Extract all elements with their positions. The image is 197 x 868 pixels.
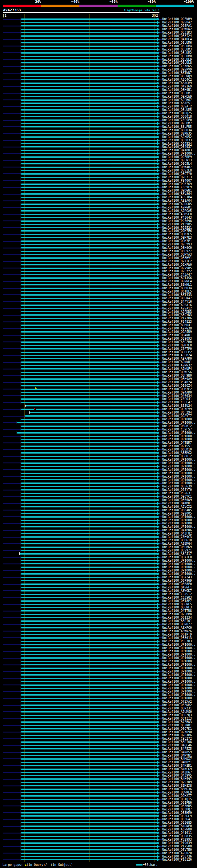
hit-label[interactable]: UniRef100_A6PW80 bbox=[162, 828, 192, 831]
hit-label[interactable]: UniRef100_Q6Q7K1 bbox=[162, 727, 192, 731]
hit-label[interactable]: UniRef100_C6JSQ3 bbox=[162, 596, 192, 599]
hit-label[interactable]: UniRef100_Q53GE9 bbox=[162, 814, 192, 818]
hit-label[interactable]: UniRef100_B6SKA7 bbox=[162, 297, 192, 300]
hit-label[interactable]: UniRef100_B4N8S9 bbox=[162, 750, 192, 754]
hit-label[interactable]: UniRef100_Q8SAT2 bbox=[162, 105, 192, 108]
hit-label[interactable]: UniRef100_Q9SPA1 bbox=[162, 24, 192, 27]
hit-label[interactable]: UniRef100_Q207T3 bbox=[162, 176, 192, 179]
hit-label[interactable]: UniRef100_Q8H9A9 bbox=[162, 377, 192, 380]
hit-label[interactable]: UniRef100_Q53G85 bbox=[162, 821, 192, 824]
hit-label[interactable]: UniRef100_B6TWN7 bbox=[162, 71, 192, 74]
hit-label[interactable]: UniRef100_Q6DHT2 bbox=[162, 424, 192, 428]
hit-label[interactable]: UniRef100_A9SA16 bbox=[162, 303, 192, 307]
hit-label[interactable]: UniRef100_Q4TUC4 bbox=[162, 37, 192, 41]
hit-label[interactable]: UniRef100_B5LWQ9 bbox=[162, 74, 192, 78]
hit-label[interactable]: UniRef100_P02993 bbox=[162, 838, 192, 841]
hit-label[interactable]: UniRef100_C0LL47 bbox=[162, 401, 192, 404]
hit-label[interactable]: UniRef100_A9NW32 bbox=[162, 364, 192, 367]
hit-label[interactable]: UniRef100_P19039 bbox=[162, 841, 192, 845]
hit-label[interactable]: UniRef100_A6BMG4 bbox=[162, 542, 192, 545]
hit-label[interactable]: UniRef100_Q41011 bbox=[162, 831, 192, 834]
hit-label[interactable]: UniRef100_B9FBM7 bbox=[162, 122, 192, 125]
hit-label[interactable]: UniRef100_A8CYN3 bbox=[162, 313, 192, 316]
hit-label[interactable]: UniRef100_Q92005 bbox=[162, 512, 192, 515]
hit-label[interactable]: UniRef100_B0WRL9 bbox=[162, 791, 192, 794]
hit-label[interactable]: UniRef100_A8WGK7 bbox=[162, 589, 192, 592]
hit-label[interactable]: UniRef100_Q90YC1 bbox=[162, 495, 192, 498]
hit-label[interactable]: UniRef100_UPI000.. bbox=[162, 434, 195, 438]
hit-label[interactable]: UniRef100_P17508 bbox=[162, 845, 192, 848]
hit-label[interactable]: UniRef100_C5XBK5 bbox=[162, 64, 192, 68]
hit-label[interactable]: UniRef100_A5GZB0 bbox=[162, 340, 192, 344]
hit-label[interactable]: UniRef100_Q3LUM6 bbox=[162, 41, 192, 44]
hit-label[interactable]: UniRef100_Q03033 bbox=[162, 138, 192, 142]
hit-label[interactable]: UniRef100_Q8W4H7 bbox=[162, 165, 192, 169]
hit-label[interactable]: UniRef100_Q9SPA2 bbox=[162, 21, 192, 24]
hit-label[interactable]: UniRef100_UPI000.. bbox=[162, 525, 195, 528]
hit-label[interactable]: UniRef100_B9HU34 bbox=[162, 286, 192, 290]
hit-label[interactable]: UniRef100_C0PSF0 bbox=[162, 118, 192, 122]
hit-label[interactable]: UniRef100_UPI000.. bbox=[162, 663, 195, 666]
hit-label[interactable]: UniRef100_Q9M7E6 bbox=[162, 229, 192, 232]
hit-label[interactable]: UniRef100_A9NWR1 bbox=[162, 360, 192, 364]
hit-label[interactable]: UniRef100_B4DNE0 bbox=[162, 824, 192, 828]
hit-label[interactable]: UniRef100_B6F294 bbox=[162, 411, 192, 414]
hit-label[interactable]: UniRef100_Q8VZE8 bbox=[162, 169, 192, 172]
hit-label[interactable]: UniRef100_Q8H9B1 bbox=[162, 88, 192, 91]
hit-label[interactable]: UniRef100_O61334 bbox=[162, 616, 192, 619]
hit-label[interactable]: UniRef100_Q4TBR7 bbox=[162, 441, 192, 444]
hit-label[interactable]: UniRef100_B5RI08 bbox=[162, 740, 192, 744]
hit-label[interactable]: UniRef100_A9RGA5 bbox=[162, 209, 192, 213]
hit-label[interactable]: UniRef100_UPI000.. bbox=[162, 458, 195, 461]
hit-label[interactable]: UniRef100_Q2TS51 bbox=[162, 444, 192, 448]
hit-label[interactable]: UniRef100_B3S9Z1 bbox=[162, 549, 192, 552]
hit-label[interactable]: UniRef100_B4FY16 bbox=[162, 300, 192, 303]
hit-label[interactable]: UniRef100_P25698 bbox=[162, 219, 192, 223]
hit-label[interactable]: UniRef100_A9SJB4 bbox=[162, 195, 192, 199]
hit-label[interactable]: UniRef100_Q8H9B0 bbox=[162, 374, 192, 377]
hit-label[interactable]: UniRef100_Q28XB6 bbox=[162, 734, 192, 737]
hit-label[interactable]: UniRef100_Q6BD10 bbox=[162, 448, 192, 451]
hit-label[interactable]: UniRef100_Q8GV27 bbox=[162, 249, 192, 253]
hit-label[interactable]: UniRef100_UPI000.. bbox=[162, 649, 195, 653]
hit-label[interactable]: UniRef100_Q4SGF1 bbox=[162, 586, 192, 589]
hit-label[interactable]: UniRef100_O64937 bbox=[162, 145, 192, 148]
hit-label[interactable]: UniRef100_UPI000.. bbox=[162, 562, 195, 566]
hit-label[interactable]: UniRef100_Q2XTC2 bbox=[162, 259, 192, 263]
hit-label[interactable]: UniRef100_B4M0Y1 bbox=[162, 761, 192, 764]
hit-label[interactable]: UniRef100_P13905 bbox=[162, 223, 192, 226]
hit-label[interactable]: UniRef100_Q9YIC0 bbox=[162, 555, 192, 559]
hit-label[interactable]: UniRef100_A2Q0Z0 bbox=[162, 851, 192, 855]
hit-label[interactable]: UniRef100_B6TBL5 bbox=[162, 290, 192, 293]
hit-label[interactable]: UniRef100_Q9H2I7 bbox=[162, 794, 192, 798]
hit-label[interactable]: UniRef100_Q10QZ4 bbox=[162, 384, 192, 388]
hit-label[interactable]: UniRef100_A9SA12 bbox=[162, 307, 192, 310]
hit-label[interactable]: UniRef100_Q9LN13 bbox=[162, 159, 192, 162]
hit-label[interactable]: UniRef100_Q3LUM2 bbox=[162, 51, 192, 55]
hit-label[interactable]: UniRef100_UPI000.. bbox=[162, 646, 195, 650]
hit-label[interactable]: UniRef100_P34824 bbox=[162, 380, 192, 384]
hit-label[interactable]: UniRef100_A6BMG2 bbox=[162, 451, 192, 455]
hit-label[interactable]: UniRef100_Q9ZRP9 bbox=[162, 155, 192, 159]
hit-label[interactable]: UniRef100_UPI000.. bbox=[162, 468, 195, 471]
hit-label[interactable]: UniRef100_UPI000.. bbox=[162, 481, 195, 485]
hit-label[interactable]: UniRef100_P34823 bbox=[162, 320, 192, 323]
hit-label[interactable]: UniRef100_B3SU24 bbox=[162, 404, 192, 407]
hit-label[interactable]: UniRef100_UPI000.. bbox=[162, 696, 195, 700]
hit-label[interactable]: UniRef100_A9RGD5 bbox=[162, 202, 192, 206]
hit-label[interactable]: UniRef100_Q53HR5 bbox=[162, 804, 192, 808]
hit-label[interactable]: UniRef100_Q2V985 bbox=[162, 266, 192, 270]
hit-label[interactable]: UniRef100_B8LPU5 bbox=[162, 125, 192, 128]
hit-label[interactable]: UniRef100_Q8W0W2 bbox=[162, 27, 192, 31]
hit-label[interactable]: UniRef100_Q2XU90 bbox=[162, 731, 192, 734]
hit-label[interactable]: UniRef100_Q38HT2 bbox=[162, 455, 192, 458]
hit-label[interactable]: UniRef100_A2VCX2 bbox=[162, 505, 192, 508]
hit-label[interactable]: UniRef100_Q25BM8 bbox=[162, 613, 192, 616]
hit-label[interactable]: UniRef100_Q40034 bbox=[162, 394, 192, 398]
hit-label[interactable]: UniRef100_Q9M7E3 bbox=[162, 236, 192, 239]
hit-label[interactable]: UniRef100_B4KCG9 bbox=[162, 767, 192, 771]
hit-label[interactable]: UniRef100_A8PJ17 bbox=[162, 552, 192, 555]
hit-label[interactable]: UniRef100_A9PAR0 bbox=[162, 357, 192, 360]
hit-label[interactable]: UniRef100_UPI000.. bbox=[162, 522, 195, 525]
hit-label[interactable]: UniRef100_C6EVF9 bbox=[162, 185, 192, 189]
